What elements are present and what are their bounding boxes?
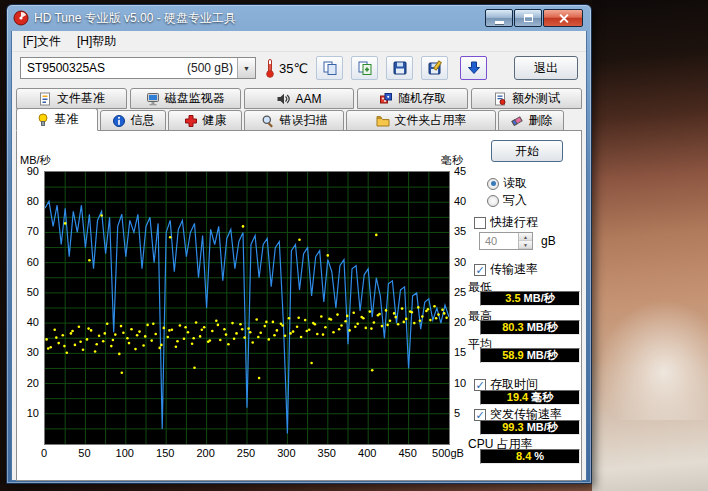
tab-health[interactable]: 健康 [168, 110, 242, 131]
health-cross-icon [184, 114, 198, 128]
tab-file-benchmark[interactable]: 文件基准 [16, 88, 127, 109]
short-stroke-unit: gB [541, 234, 556, 248]
tab-folder-usage[interactable]: 文件夹占用率 [346, 110, 496, 131]
read-radio[interactable]: 读取 [487, 175, 527, 192]
extra-tests-icon [493, 92, 507, 106]
minimize-button[interactable] [485, 9, 513, 27]
floppy-pencil-icon [427, 60, 443, 76]
menu-help[interactable]: [H]帮助 [70, 31, 123, 52]
min-speed-value: 3.5 MB/秒 [480, 291, 580, 306]
tab-label: 随机存取 [398, 90, 446, 107]
x-axis-tick: 350 [318, 447, 336, 459]
start-button[interactable]: 开始 [491, 140, 563, 162]
window-client-area: [F]文件 [H]帮助 ST9500325AS (500 gB) ▼ 35℃ [11, 31, 587, 481]
spin-down-icon[interactable]: ▼ [519, 241, 532, 249]
tab-strip-bottom: 基准 信息 健康 错误扫描 [16, 110, 582, 131]
toolbar: ST9500325AS (500 gB) ▼ 35℃ [12, 52, 586, 84]
title-bar[interactable]: HD Tune 专业版 v5.00 - 硬盘专业工具 [11, 5, 587, 31]
burst-rate-value: 99.3 MB/秒 [480, 420, 580, 435]
close-button[interactable] [543, 9, 583, 27]
hdtune-window: HD Tune 专业版 v5.00 - 硬盘专业工具 [F]文件 [H]帮助 S… [6, 4, 592, 484]
copy-file-icon [357, 60, 373, 76]
left-axis-tick: 50 [27, 285, 39, 299]
speaker-icon [276, 92, 290, 106]
max-speed-value: 80.3 MB/秒 [480, 320, 580, 335]
right-axis-tick: 25 [454, 285, 466, 299]
thermometer-icon [264, 58, 276, 78]
magnifier-icon [261, 114, 275, 128]
copy-to-file-button[interactable] [351, 56, 378, 80]
right-axis-tick: 45 [454, 164, 466, 178]
maximize-button[interactable] [514, 9, 542, 27]
tab-error-scan[interactable]: 错误扫描 [244, 110, 344, 131]
left-axis-tick: 90 [27, 164, 39, 178]
capture-download-button[interactable] [460, 56, 487, 80]
tab-disk-monitor[interactable]: 磁盘监视器 [130, 88, 241, 109]
file-benchmark-icon [38, 92, 52, 106]
short-stroke-value: 40 [480, 233, 518, 249]
tab-aam[interactable]: AAM [244, 88, 355, 109]
copy-to-clipboard-button[interactable] [316, 56, 343, 80]
app-icon [13, 10, 29, 26]
tab-erase[interactable]: 删除 [498, 110, 564, 131]
checkbox-checked-icon: ✓ [474, 264, 486, 276]
drive-name: ST9500325AS [27, 61, 105, 75]
right-axis-tick: 10 [454, 376, 466, 390]
right-axis-ticks: 45403530252015105 [451, 171, 475, 443]
benchmark-tab-page: MB/秒 毫秒 908070605040302010 4540353025201… [16, 130, 582, 481]
x-axis-tick: 500gB [432, 447, 464, 459]
exit-button[interactable]: 退出 [514, 56, 578, 80]
wallpaper-lace-highlight [598, 300, 708, 420]
folder-icon [376, 114, 390, 128]
tab-benchmark[interactable]: 基准 [16, 108, 98, 131]
save-screenshot-button[interactable] [386, 56, 413, 80]
left-axis-tick: 10 [27, 406, 39, 420]
tab-random-access[interactable]: 随机存取 [357, 88, 468, 109]
x-axis-ticks: 050100150200250300350400450500gB [44, 447, 448, 461]
checkbox-icon [474, 217, 486, 229]
short-stroke-checkbox[interactable]: 快捷行程 [474, 214, 538, 231]
x-axis-tick: 50 [78, 447, 90, 459]
checkbox-checked-icon: ✓ [474, 409, 486, 421]
eraser-icon [510, 114, 524, 128]
write-radio[interactable]: 写入 [487, 192, 527, 209]
tab-label: 错误扫描 [280, 112, 328, 129]
x-axis-tick: 400 [358, 447, 376, 459]
radio-icon [487, 195, 499, 207]
x-axis-tick: 150 [156, 447, 174, 459]
save-results-button[interactable] [421, 56, 448, 80]
radio-icon [487, 178, 499, 190]
monitor-icon [146, 92, 160, 106]
right-axis-tick: 30 [454, 255, 466, 269]
maximize-icon [524, 14, 533, 22]
tab-strip-top: 文件基准 磁盘监视器 AAM [16, 88, 582, 109]
checkbox-checked-icon: ✓ [474, 379, 486, 391]
left-axis-tick: 40 [27, 315, 39, 329]
spin-up-icon[interactable]: ▲ [519, 233, 532, 241]
menu-file[interactable]: [F]文件 [16, 31, 68, 52]
tab-info[interactable]: 信息 [100, 110, 166, 131]
short-stroke-size-input[interactable]: 40 ▲ ▼ [479, 232, 533, 250]
dice-icon [379, 92, 393, 106]
left-axis-tick: 20 [27, 376, 39, 390]
right-axis-tick: 20 [454, 315, 466, 329]
tab-label: 磁盘监视器 [165, 90, 225, 107]
right-axis-tick: 5 [454, 406, 460, 420]
info-icon [112, 114, 126, 128]
avg-speed-value: 58.9 MB/秒 [480, 348, 580, 363]
tab-label: AAM [295, 92, 321, 106]
chevron-down-icon[interactable]: ▼ [237, 58, 255, 78]
short-stroke-label: 快捷行程 [490, 214, 538, 231]
tab-extra-tests[interactable]: 额外测试 [471, 88, 582, 109]
tab-label: 健康 [203, 112, 227, 129]
left-axis-ticks: 908070605040302010 [17, 171, 41, 443]
transfer-rate-checkbox[interactable]: ✓ 传输速率 [474, 261, 538, 278]
left-axis-tick: 80 [27, 194, 39, 208]
x-axis-tick: 0 [41, 447, 47, 459]
minimize-icon [495, 21, 504, 24]
window-title: HD Tune 专业版 v5.00 - 硬盘专业工具 [34, 10, 480, 27]
right-axis-tick: 15 [454, 345, 466, 359]
right-axis-tick: 40 [454, 194, 466, 208]
x-axis-tick: 100 [116, 447, 134, 459]
drive-selector[interactable]: ST9500325AS (500 gB) ▼ [20, 57, 256, 79]
